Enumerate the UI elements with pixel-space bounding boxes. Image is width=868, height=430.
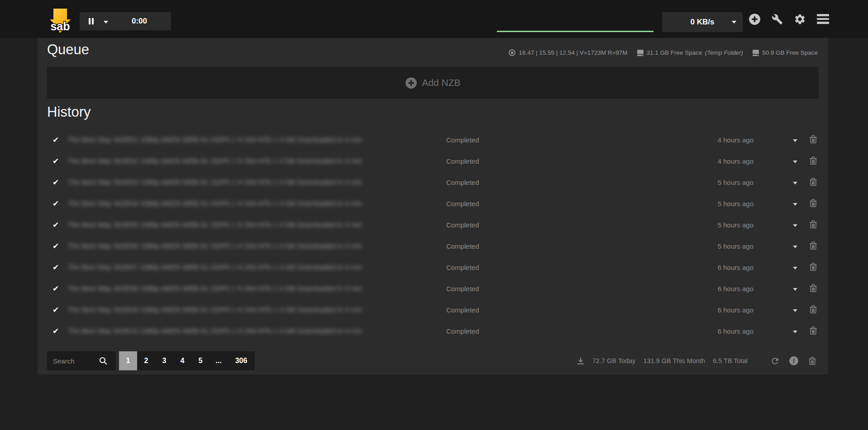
pause-dropdown-caret[interactable] bbox=[99, 16, 113, 27]
disk-free-space: 50.9 GB Free Space bbox=[752, 49, 818, 57]
history-item-status: Completed bbox=[446, 285, 479, 293]
wrench-icon bbox=[772, 14, 783, 25]
history-row-actions-caret[interactable] bbox=[788, 177, 802, 188]
history-item-time: 6 hours ago bbox=[649, 327, 754, 335]
history-row-delete-button[interactable] bbox=[806, 303, 820, 317]
page-button-last[interactable]: 306 bbox=[228, 351, 255, 370]
page-button-ellipsis[interactable]: ... bbox=[210, 351, 228, 370]
history-row-delete-button[interactable] bbox=[806, 175, 820, 189]
hamburger-icon bbox=[817, 14, 829, 16]
sabnzbd-logo-icon: sab bbox=[45, 6, 76, 33]
history-row[interactable]: ✔ The Best Way S02E02 1080p AMZN WEB-DL … bbox=[47, 151, 819, 172]
add-nzb-button[interactable] bbox=[748, 12, 762, 26]
svg-text:sab: sab bbox=[50, 20, 70, 33]
history-row-delete-button[interactable] bbox=[806, 133, 820, 146]
stat-month: 131.9 GB This Month bbox=[643, 357, 705, 364]
speed-stats-values: 16.47 | 15.55 | 12.54 | V=1723M R=97M bbox=[519, 49, 627, 56]
page-button-5[interactable]: 5 bbox=[191, 351, 210, 370]
history-row[interactable]: ✔ The Best Way S02E03 1080p AMZN WEB-DL … bbox=[47, 172, 819, 194]
trash-icon bbox=[809, 241, 818, 250]
history-row-delete-button[interactable] bbox=[806, 154, 820, 168]
history-row[interactable]: ✔ The Best Way S02E10 1080p AMZN WEB-DL … bbox=[47, 321, 819, 342]
temp-free-space: 31.1 GB Free Space (Temp Folder) bbox=[637, 49, 743, 57]
trash-icon bbox=[809, 156, 818, 165]
refresh-button[interactable] bbox=[769, 355, 781, 367]
trash-icon bbox=[809, 262, 818, 272]
history-row-delete-button[interactable] bbox=[806, 239, 820, 253]
history-row-delete-button[interactable] bbox=[806, 197, 820, 210]
menu-button[interactable] bbox=[816, 13, 830, 25]
caret-down-icon bbox=[793, 309, 797, 312]
history-item-name: The Best Way S02E06 1080p AMZN WEB-DL DD… bbox=[68, 242, 362, 250]
history-item-name: The Best Way S02E01 1080p AMZN WEB-DL DD… bbox=[68, 136, 362, 143]
history-item-name: The Best Way S02E02 1080p AMZN WEB-DL DD… bbox=[68, 157, 362, 165]
page-button-4[interactable]: 4 bbox=[173, 351, 191, 370]
caret-down-icon bbox=[793, 267, 797, 269]
history-row-delete-button[interactable] bbox=[806, 218, 820, 232]
trash-icon bbox=[809, 177, 818, 187]
trash-icon bbox=[809, 283, 818, 293]
history-row[interactable]: ✔ The Best Way S02E05 1080p AMZN WEB-DL … bbox=[47, 215, 819, 236]
history-row-actions-caret[interactable] bbox=[788, 241, 802, 251]
history-row[interactable]: ✔ The Best Way S02E08 1080p AMZN WEB-DL … bbox=[47, 279, 819, 300]
check-icon: ✔ bbox=[52, 220, 59, 230]
history-row-actions-caret[interactable] bbox=[788, 304, 802, 315]
trash-icon bbox=[809, 198, 818, 208]
history-row-delete-button[interactable] bbox=[806, 324, 820, 338]
history-row-actions-caret[interactable] bbox=[788, 326, 802, 336]
caret-down-icon bbox=[793, 139, 797, 142]
add-nzb-dropzone[interactable]: Add NZB bbox=[47, 67, 819, 99]
history-search-input[interactable] bbox=[47, 357, 98, 365]
purge-history-button[interactable] bbox=[807, 355, 818, 367]
history-row[interactable]: ✔ The Best Way S02E07 1080p AMZN WEB-DL … bbox=[47, 257, 819, 279]
history-row-actions-caret[interactable] bbox=[788, 219, 802, 230]
history-row-actions-caret[interactable] bbox=[788, 283, 802, 294]
check-icon: ✔ bbox=[52, 284, 59, 293]
caret-down-icon bbox=[793, 246, 797, 248]
speed-dropdown[interactable]: 0 KB/s bbox=[662, 12, 743, 32]
sabnzbd-logo[interactable]: sab bbox=[45, 6, 76, 33]
speed-value: 0 KB/s bbox=[691, 18, 715, 27]
history-item-status: Completed bbox=[446, 136, 479, 144]
history-pagination: 1 2 3 4 5 ... 306 bbox=[119, 351, 255, 370]
history-row[interactable]: ✔ The Best Way S02E01 1080p AMZN WEB-DL … bbox=[47, 130, 819, 151]
history-row-actions-caret[interactable] bbox=[788, 156, 802, 166]
check-icon: ✔ bbox=[52, 241, 59, 251]
history-row-actions-caret[interactable] bbox=[788, 134, 802, 145]
status-wrench-button[interactable] bbox=[771, 13, 784, 26]
gear-icon bbox=[794, 13, 806, 25]
history-row[interactable]: ✔ The Best Way S02E09 1080p AMZN WEB-DL … bbox=[47, 300, 819, 321]
history-list: ✔ The Best Way S02E01 1080p AMZN WEB-DL … bbox=[47, 130, 819, 342]
history-info-button[interactable]: ! bbox=[788, 355, 799, 366]
exclamation-circle-icon: ! bbox=[789, 356, 798, 365]
pause-timer: 0:00 bbox=[132, 17, 147, 26]
history-row[interactable]: ✔ The Best Way S02E04 1080p AMZN WEB-DL … bbox=[47, 194, 819, 215]
stat-today: 72.7 GB Today bbox=[592, 357, 636, 364]
history-item-time: 4 hours ago bbox=[649, 157, 754, 165]
check-icon: ✔ bbox=[52, 135, 59, 145]
refresh-icon bbox=[770, 356, 780, 366]
dot-circle-icon bbox=[508, 49, 516, 57]
pause-button[interactable] bbox=[80, 18, 99, 24]
hard-drive-icon bbox=[637, 49, 644, 57]
history-row-actions-caret[interactable] bbox=[788, 198, 802, 209]
history-title: History bbox=[47, 104, 91, 120]
history-item-time: 5 hours ago bbox=[649, 200, 754, 208]
caret-down-icon bbox=[793, 288, 797, 291]
history-row-actions-caret[interactable] bbox=[788, 262, 802, 273]
page-button-1[interactable]: 1 bbox=[119, 351, 137, 370]
search-button[interactable] bbox=[99, 356, 108, 365]
history-item-time: 5 hours ago bbox=[649, 179, 754, 186]
history-row-delete-button[interactable] bbox=[806, 282, 820, 295]
history-row-delete-button[interactable] bbox=[806, 260, 820, 274]
settings-button[interactable] bbox=[793, 12, 807, 26]
history-item-status: Completed bbox=[446, 327, 479, 335]
history-row[interactable]: ✔ The Best Way S02E06 1080p AMZN WEB-DL … bbox=[47, 236, 819, 257]
history-item-name: The Best Way S02E05 1080p AMZN WEB-DL DD… bbox=[68, 221, 362, 228]
caret-down-icon bbox=[793, 224, 797, 227]
trash-icon bbox=[808, 356, 817, 366]
caret-down-icon bbox=[793, 161, 797, 163]
trash-icon bbox=[809, 326, 818, 335]
page-button-3[interactable]: 3 bbox=[155, 351, 173, 370]
page-button-2[interactable]: 2 bbox=[137, 351, 155, 370]
